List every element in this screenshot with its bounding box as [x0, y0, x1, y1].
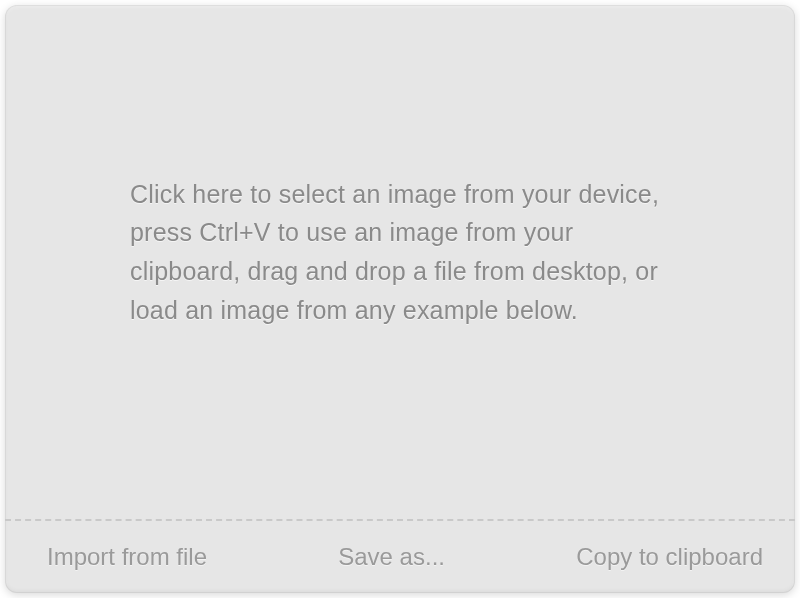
- import-from-file-button[interactable]: Import from file: [43, 535, 211, 579]
- image-input-panel: Click here to select an image from your …: [5, 5, 795, 593]
- footer-toolbar: Import from file Save as... Copy to clip…: [5, 519, 795, 593]
- save-as-button[interactable]: Save as...: [334, 535, 449, 579]
- copy-to-clipboard-button[interactable]: Copy to clipboard: [572, 535, 767, 579]
- image-drop-zone[interactable]: Click here to select an image from your …: [5, 5, 795, 519]
- drop-zone-instruction: Click here to select an image from your …: [130, 175, 680, 330]
